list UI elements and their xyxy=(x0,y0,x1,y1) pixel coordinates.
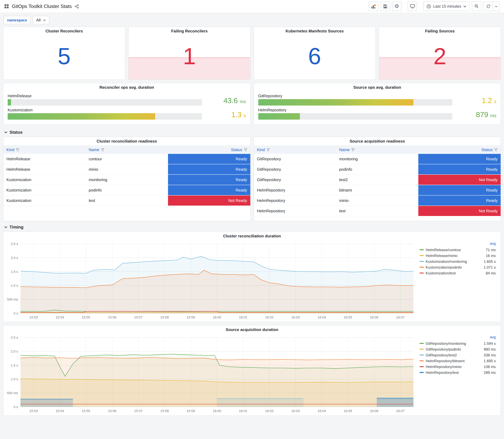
bar-gauge-row: HelmRepository879 ms xyxy=(258,108,496,120)
chevron-down-icon xyxy=(463,5,466,7)
section-timing-toggle[interactable]: Timing xyxy=(3,222,501,232)
series-avg-value: 108 ms xyxy=(481,365,496,369)
series-name[interactable]: HelmRelease/minio xyxy=(426,254,457,258)
series-name[interactable]: HelmRepository/test xyxy=(426,370,459,375)
stat-panel: Failing Sources2 xyxy=(379,27,501,80)
refresh-button[interactable] xyxy=(483,1,493,11)
time-series-chart[interactable]: 0 s500 ms1.0 s1.5 s2.0 s2.5 s15:5315:541… xyxy=(5,334,418,414)
x-axis-tick-label: 15:56 xyxy=(108,315,116,319)
cell-name: minio xyxy=(336,195,418,206)
cell-name: monitoring xyxy=(86,174,168,185)
timeseries-panel-cluster-reconciliation-duration: Cluster reconciliation duration 0 s500 m… xyxy=(3,232,501,322)
bar-gauge-label: GitRepository xyxy=(258,94,452,98)
legend-avg-header[interactable]: avg xyxy=(490,241,496,247)
series-name[interactable]: HelmRelease/contour xyxy=(426,248,461,252)
series-name[interactable]: GitRepository/podinfo xyxy=(426,347,461,351)
column-header-name[interactable]: Name xyxy=(336,145,418,154)
legend-item[interactable]: Kustomization/test84 ms xyxy=(419,270,496,276)
panel-title: Source acquisition readiness xyxy=(254,137,501,145)
legend-item[interactable]: HelmRelease/minio16 ms xyxy=(419,253,496,258)
legend-item[interactable]: GitRepository/podinfo980 ms xyxy=(419,346,496,352)
chart-plot-area[interactable]: 0 s500 ms1.0 s1.5 s2.0 s2.5 s15:5315:541… xyxy=(5,241,418,321)
cell-name: podinfo xyxy=(86,185,168,195)
bargauge-panel: Reconciler ops avg. durationHelmRelease4… xyxy=(3,83,250,124)
x-axis-tick-label: 16:06 xyxy=(370,315,378,319)
add-panel-button[interactable] xyxy=(369,1,378,11)
column-header-kind[interactable]: Kind xyxy=(254,145,336,154)
table-row: HelmReleaseminioReady xyxy=(3,164,250,174)
refresh-icon xyxy=(486,4,490,8)
bar-gauge-row: GitRepository1.2 s xyxy=(258,94,496,106)
filter-funnel-icon[interactable] xyxy=(351,148,355,151)
series-name[interactable]: Kustomization/test xyxy=(426,271,456,275)
value-unit: ms xyxy=(490,113,496,118)
filter-funnel-icon[interactable] xyxy=(101,148,104,151)
variable-value-text: All xyxy=(36,18,41,22)
y-axis-tick-label: 1.0 s xyxy=(11,377,18,381)
column-header-kind[interactable]: Kind xyxy=(3,145,86,154)
chart-plot-area[interactable]: 0 s500 ms1.0 s1.5 s2.0 s2.5 s15:5315:541… xyxy=(5,334,418,414)
tables-row: Cluster reconciliation readinessKindName… xyxy=(3,137,501,221)
series-avg-value: 289 ms xyxy=(481,370,496,375)
stat-value: 1 xyxy=(129,35,250,80)
time-range-picker[interactable]: Last 15 minutes xyxy=(423,1,470,11)
cycle-view-button[interactable] xyxy=(408,1,417,11)
series-name[interactable]: HelmRepository/bitnami xyxy=(426,359,465,363)
save-dashboard-button[interactable] xyxy=(380,1,390,11)
refresh-interval-dropdown[interactable] xyxy=(493,1,500,11)
column-header-label: Status xyxy=(231,147,242,152)
bar-gauge-fill xyxy=(8,99,11,106)
legend-avg-header[interactable]: avg xyxy=(490,335,496,341)
stat-panel: Kubernetes Manifests Sources6 xyxy=(254,27,376,80)
column-header-name[interactable]: Name xyxy=(86,145,168,154)
filter-funnel-icon[interactable] xyxy=(266,148,270,151)
legend-item[interactable]: HelmRepository/bitnami1.695 s xyxy=(419,358,496,364)
legend-item[interactable]: GitRepository/monitoring1.594 s xyxy=(419,341,496,346)
series-name[interactable]: Kustomization/podinfo xyxy=(426,265,462,269)
x-axis-tick-label: 15:53 xyxy=(29,315,38,319)
stats-row: Cluster Reconcilers5Failing Reconcilers1… xyxy=(3,27,501,80)
series-name[interactable]: HelmRepository/minio xyxy=(426,365,462,369)
time-series-chart[interactable]: 0 s500 ms1.0 s1.5 s2.0 s2.5 s15:5315:541… xyxy=(5,241,418,321)
section-status-toggle[interactable]: Status xyxy=(3,128,501,137)
series-name[interactable]: GitRepository/test2 xyxy=(426,353,457,357)
series-name[interactable]: GitRepository/monitoring xyxy=(426,341,466,345)
x-axis-tick-label: 16:00 xyxy=(213,409,221,413)
stat-value: 5 xyxy=(3,35,125,80)
column-header-status[interactable]: Status xyxy=(168,145,250,154)
bar-gauge-track xyxy=(258,113,452,120)
legend-item[interactable]: GitRepository/test2338 ms xyxy=(419,352,496,358)
dashboard-grid-icon[interactable] xyxy=(4,4,9,9)
variable-namespace-label[interactable]: namespace xyxy=(4,16,30,24)
zoom-out-time-button[interactable] xyxy=(472,1,481,11)
legend-item[interactable]: HelmRelease/contour71 ms xyxy=(419,247,496,253)
column-header-label: Kind xyxy=(257,147,265,152)
cell-kind: Kustomization xyxy=(3,185,86,195)
x-axis-tick-label: 16:01 xyxy=(239,409,247,413)
column-header-status[interactable]: Status xyxy=(418,145,501,154)
panel-title: Failing Reconcilers xyxy=(129,27,250,35)
variable-namespace-select[interactable]: All xyxy=(33,16,49,24)
filter-funnel-icon[interactable] xyxy=(244,148,247,151)
filter-funnel-icon[interactable] xyxy=(16,148,19,151)
legend-item[interactable]: Kustomization/monitoring1.605 s xyxy=(419,258,496,264)
y-axis-tick-label: 500 ms xyxy=(7,391,18,395)
filter-funnel-icon[interactable] xyxy=(494,148,498,151)
cell-name: monitoring xyxy=(336,154,418,164)
chevron-down-icon xyxy=(43,19,46,21)
y-axis-tick-label: 0 s xyxy=(14,311,18,315)
cell-kind: GitRepository xyxy=(254,164,336,174)
bar-gauge-row: Kustomization1.3 s xyxy=(8,108,246,120)
dashboard-settings-button[interactable]: ⚙ xyxy=(392,1,402,11)
add-panel-icon xyxy=(371,4,376,9)
gear-icon: ⚙ xyxy=(394,4,399,9)
legend-item[interactable]: HelmRepository/test289 ms xyxy=(419,370,496,375)
share-dashboard-button[interactable] xyxy=(75,4,79,8)
status-badge: Not Ready xyxy=(418,206,501,216)
cell-name: podinfo xyxy=(336,164,418,174)
y-axis-tick-label: 2.0 s xyxy=(11,350,18,353)
series-name[interactable]: Kustomization/monitoring xyxy=(426,259,467,264)
legend-item[interactable]: HelmRepository/minio108 ms xyxy=(419,364,496,370)
legend-item[interactable]: Kustomization/podinfo1.071 s xyxy=(419,264,496,270)
series-color-dash xyxy=(419,261,424,262)
